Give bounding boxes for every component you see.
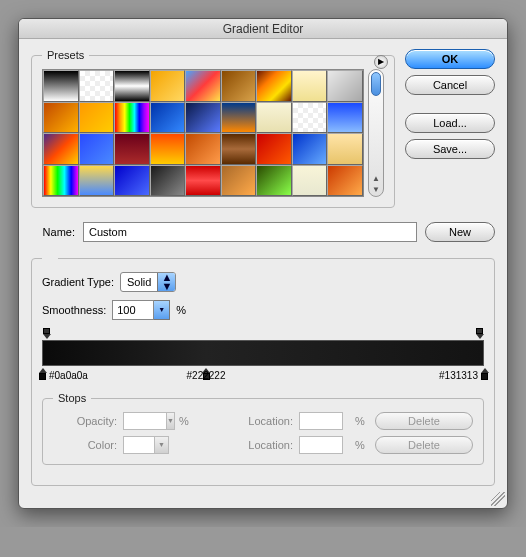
preset-swatch[interactable] [221, 102, 257, 134]
preset-swatch[interactable] [185, 102, 221, 134]
stepper-icon: ▲▼ [157, 273, 175, 291]
preset-swatch[interactable] [150, 165, 186, 197]
preset-swatch[interactable] [114, 133, 150, 165]
preset-swatch[interactable] [185, 165, 221, 197]
preset-swatch[interactable] [221, 133, 257, 165]
name-input[interactable] [83, 222, 417, 242]
color-stop[interactable]: #0a0a0a [38, 368, 47, 380]
opacity-stop[interactable] [475, 328, 484, 339]
load-button[interactable]: Load... [405, 113, 495, 133]
preset-swatch[interactable] [150, 70, 186, 102]
preset-swatch[interactable] [114, 165, 150, 197]
preset-swatch[interactable] [79, 70, 115, 102]
color-stop-label: #222222 [187, 370, 226, 381]
preset-swatch[interactable] [256, 133, 292, 165]
gradient-type-label: Gradient Type: [42, 276, 114, 288]
preset-swatch[interactable] [256, 70, 292, 102]
preset-swatch[interactable] [221, 165, 257, 197]
preset-swatch[interactable] [256, 102, 292, 134]
new-button[interactable]: New [425, 222, 495, 242]
preset-swatch[interactable] [150, 133, 186, 165]
gradient-settings-group: Gradient Type: Solid ▲▼ x Smoothness: ▼ … [31, 252, 495, 486]
color-stop-label: #131313 [439, 370, 478, 381]
color-well [123, 436, 155, 454]
preset-swatch[interactable] [292, 70, 328, 102]
scroll-down-icon[interactable]: ▼ [372, 185, 380, 195]
preset-swatch[interactable] [292, 165, 328, 197]
preset-swatch[interactable] [114, 102, 150, 134]
color-stops-track[interactable]: #0a0a0a#222222#131313 [42, 368, 484, 382]
stops-legend: Stops [53, 392, 91, 404]
smoothness-dropdown-icon[interactable]: ▼ [154, 300, 170, 320]
gradient-editor-dialog: Gradient Editor Presets ▶ ▲ ▼ [18, 18, 508, 509]
color-stop[interactable]: #222222 [202, 368, 211, 380]
preset-swatch[interactable] [327, 165, 363, 197]
ok-button[interactable]: OK [405, 49, 495, 69]
dropdown-icon: ▼ [155, 436, 169, 454]
titlebar[interactable]: Gradient Editor [19, 19, 507, 39]
scroll-up-icon[interactable]: ▲ [372, 174, 380, 184]
preset-swatch[interactable] [150, 102, 186, 134]
preset-swatch[interactable] [79, 165, 115, 197]
location-label: Location: [233, 415, 293, 427]
color-stop[interactable]: #131313 [480, 368, 489, 380]
preset-swatch[interactable] [43, 165, 79, 197]
opacity-stops-track[interactable] [42, 328, 484, 340]
preset-swatch[interactable] [114, 70, 150, 102]
presets-scrollbar[interactable]: ▲ ▼ [368, 69, 384, 197]
preset-swatch[interactable] [327, 133, 363, 165]
smoothness-unit: % [176, 304, 186, 316]
gradient-type-select[interactable]: Solid ▲▼ [120, 272, 176, 292]
presets-legend: Presets [42, 49, 89, 61]
preset-swatch[interactable] [292, 133, 328, 165]
resize-handle-icon[interactable] [491, 492, 505, 506]
save-button[interactable]: Save... [405, 139, 495, 159]
opacity-location-input [299, 412, 343, 430]
opacity-label: Opacity: [53, 415, 117, 427]
scroll-thumb[interactable] [371, 72, 381, 96]
cancel-button[interactable]: Cancel [405, 75, 495, 95]
name-label: Name: [31, 226, 75, 238]
preset-swatch[interactable] [327, 102, 363, 134]
dropdown-icon: ▼ [167, 412, 175, 430]
color-location-input [299, 436, 343, 454]
opacity-stop[interactable] [42, 328, 51, 339]
preset-swatch[interactable] [79, 102, 115, 134]
color-stop-label: #0a0a0a [49, 370, 88, 381]
presets-grid[interactable] [42, 69, 364, 197]
gradient-preview-bar[interactable] [42, 340, 484, 366]
stops-group: Stops Opacity: ▼ % Location: % Delete Co… [42, 392, 484, 465]
smoothness-input[interactable] [112, 300, 154, 320]
presets-group: Presets ▶ ▲ ▼ [31, 49, 395, 208]
presets-menu-icon[interactable]: ▶ [374, 55, 388, 69]
opacity-input [123, 412, 167, 430]
preset-swatch[interactable] [185, 70, 221, 102]
delete-opacity-stop-button: Delete [375, 412, 473, 430]
location-label: Location: [233, 439, 293, 451]
preset-swatch[interactable] [43, 102, 79, 134]
smoothness-label: Smoothness: [42, 304, 106, 316]
preset-swatch[interactable] [185, 133, 221, 165]
preset-swatch[interactable] [43, 133, 79, 165]
preset-swatch[interactable] [292, 102, 328, 134]
preset-swatch[interactable] [79, 133, 115, 165]
preset-swatch[interactable] [327, 70, 363, 102]
preset-swatch[interactable] [256, 165, 292, 197]
preset-swatch[interactable] [43, 70, 79, 102]
delete-color-stop-button: Delete [375, 436, 473, 454]
color-label: Color: [53, 439, 117, 451]
preset-swatch[interactable] [221, 70, 257, 102]
